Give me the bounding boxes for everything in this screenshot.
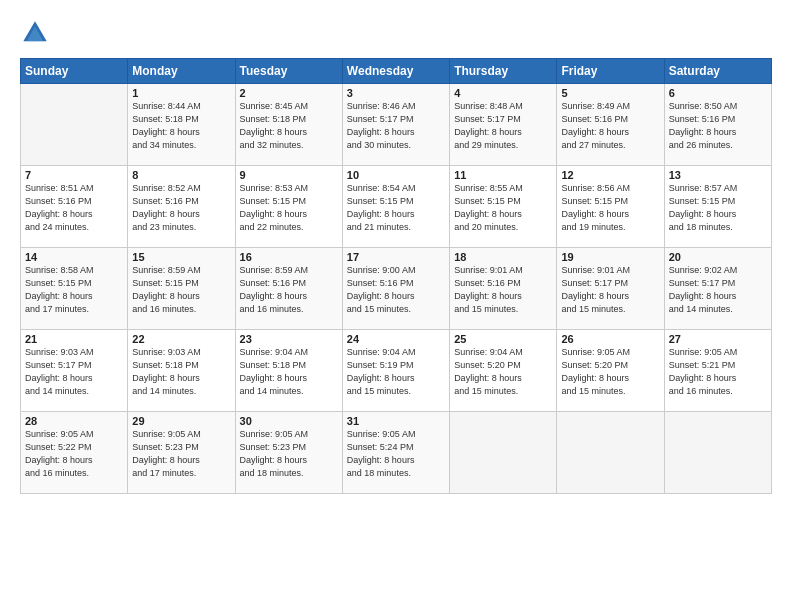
calendar-cell: 2Sunrise: 8:45 AMSunset: 5:18 PMDaylight… bbox=[235, 84, 342, 166]
weekday-header-saturday: Saturday bbox=[664, 59, 771, 84]
calendar-cell: 15Sunrise: 8:59 AMSunset: 5:15 PMDayligh… bbox=[128, 248, 235, 330]
day-number: 16 bbox=[240, 251, 338, 263]
day-info: Sunrise: 8:55 AMSunset: 5:15 PMDaylight:… bbox=[454, 182, 552, 234]
header bbox=[20, 18, 772, 48]
day-info: Sunrise: 9:04 AMSunset: 5:18 PMDaylight:… bbox=[240, 346, 338, 398]
calendar-cell: 9Sunrise: 8:53 AMSunset: 5:15 PMDaylight… bbox=[235, 166, 342, 248]
day-info: Sunrise: 9:01 AMSunset: 5:16 PMDaylight:… bbox=[454, 264, 552, 316]
calendar-cell bbox=[450, 412, 557, 494]
day-number: 3 bbox=[347, 87, 445, 99]
day-number: 28 bbox=[25, 415, 123, 427]
calendar-cell: 3Sunrise: 8:46 AMSunset: 5:17 PMDaylight… bbox=[342, 84, 449, 166]
day-info: Sunrise: 8:48 AMSunset: 5:17 PMDaylight:… bbox=[454, 100, 552, 152]
calendar-cell: 22Sunrise: 9:03 AMSunset: 5:18 PMDayligh… bbox=[128, 330, 235, 412]
weekday-header-tuesday: Tuesday bbox=[235, 59, 342, 84]
calendar-cell: 31Sunrise: 9:05 AMSunset: 5:24 PMDayligh… bbox=[342, 412, 449, 494]
week-row-2: 14Sunrise: 8:58 AMSunset: 5:15 PMDayligh… bbox=[21, 248, 772, 330]
day-number: 27 bbox=[669, 333, 767, 345]
calendar-cell: 12Sunrise: 8:56 AMSunset: 5:15 PMDayligh… bbox=[557, 166, 664, 248]
day-number: 10 bbox=[347, 169, 445, 181]
day-info: Sunrise: 8:49 AMSunset: 5:16 PMDaylight:… bbox=[561, 100, 659, 152]
calendar-cell: 28Sunrise: 9:05 AMSunset: 5:22 PMDayligh… bbox=[21, 412, 128, 494]
calendar-cell: 7Sunrise: 8:51 AMSunset: 5:16 PMDaylight… bbox=[21, 166, 128, 248]
calendar-cell bbox=[557, 412, 664, 494]
calendar-cell: 5Sunrise: 8:49 AMSunset: 5:16 PMDaylight… bbox=[557, 84, 664, 166]
day-info: Sunrise: 9:04 AMSunset: 5:20 PMDaylight:… bbox=[454, 346, 552, 398]
day-number: 9 bbox=[240, 169, 338, 181]
day-number: 18 bbox=[454, 251, 552, 263]
calendar-table: SundayMondayTuesdayWednesdayThursdayFrid… bbox=[20, 58, 772, 494]
calendar-cell: 26Sunrise: 9:05 AMSunset: 5:20 PMDayligh… bbox=[557, 330, 664, 412]
day-number: 20 bbox=[669, 251, 767, 263]
day-info: Sunrise: 9:00 AMSunset: 5:16 PMDaylight:… bbox=[347, 264, 445, 316]
calendar-cell: 6Sunrise: 8:50 AMSunset: 5:16 PMDaylight… bbox=[664, 84, 771, 166]
day-info: Sunrise: 9:05 AMSunset: 5:22 PMDaylight:… bbox=[25, 428, 123, 480]
calendar-cell: 10Sunrise: 8:54 AMSunset: 5:15 PMDayligh… bbox=[342, 166, 449, 248]
page: SundayMondayTuesdayWednesdayThursdayFrid… bbox=[0, 0, 792, 612]
day-info: Sunrise: 8:52 AMSunset: 5:16 PMDaylight:… bbox=[132, 182, 230, 234]
calendar-cell bbox=[664, 412, 771, 494]
weekday-header-row: SundayMondayTuesdayWednesdayThursdayFrid… bbox=[21, 59, 772, 84]
day-info: Sunrise: 9:05 AMSunset: 5:24 PMDaylight:… bbox=[347, 428, 445, 480]
day-number: 30 bbox=[240, 415, 338, 427]
day-info: Sunrise: 8:57 AMSunset: 5:15 PMDaylight:… bbox=[669, 182, 767, 234]
day-info: Sunrise: 9:05 AMSunset: 5:23 PMDaylight:… bbox=[132, 428, 230, 480]
day-number: 19 bbox=[561, 251, 659, 263]
calendar-cell: 19Sunrise: 9:01 AMSunset: 5:17 PMDayligh… bbox=[557, 248, 664, 330]
day-number: 31 bbox=[347, 415, 445, 427]
day-number: 23 bbox=[240, 333, 338, 345]
day-info: Sunrise: 9:01 AMSunset: 5:17 PMDaylight:… bbox=[561, 264, 659, 316]
day-info: Sunrise: 8:58 AMSunset: 5:15 PMDaylight:… bbox=[25, 264, 123, 316]
week-row-1: 7Sunrise: 8:51 AMSunset: 5:16 PMDaylight… bbox=[21, 166, 772, 248]
day-info: Sunrise: 8:51 AMSunset: 5:16 PMDaylight:… bbox=[25, 182, 123, 234]
calendar-cell: 30Sunrise: 9:05 AMSunset: 5:23 PMDayligh… bbox=[235, 412, 342, 494]
day-number: 24 bbox=[347, 333, 445, 345]
logo bbox=[20, 18, 54, 48]
week-row-0: 1Sunrise: 8:44 AMSunset: 5:18 PMDaylight… bbox=[21, 84, 772, 166]
day-number: 6 bbox=[669, 87, 767, 99]
day-number: 29 bbox=[132, 415, 230, 427]
day-number: 1 bbox=[132, 87, 230, 99]
day-info: Sunrise: 9:05 AMSunset: 5:23 PMDaylight:… bbox=[240, 428, 338, 480]
day-number: 2 bbox=[240, 87, 338, 99]
day-number: 25 bbox=[454, 333, 552, 345]
day-number: 21 bbox=[25, 333, 123, 345]
day-number: 8 bbox=[132, 169, 230, 181]
weekday-header-thursday: Thursday bbox=[450, 59, 557, 84]
day-info: Sunrise: 9:05 AMSunset: 5:20 PMDaylight:… bbox=[561, 346, 659, 398]
calendar-cell: 29Sunrise: 9:05 AMSunset: 5:23 PMDayligh… bbox=[128, 412, 235, 494]
day-number: 11 bbox=[454, 169, 552, 181]
day-info: Sunrise: 8:44 AMSunset: 5:18 PMDaylight:… bbox=[132, 100, 230, 152]
day-number: 5 bbox=[561, 87, 659, 99]
day-info: Sunrise: 8:54 AMSunset: 5:15 PMDaylight:… bbox=[347, 182, 445, 234]
day-info: Sunrise: 9:03 AMSunset: 5:18 PMDaylight:… bbox=[132, 346, 230, 398]
day-info: Sunrise: 9:03 AMSunset: 5:17 PMDaylight:… bbox=[25, 346, 123, 398]
calendar-cell: 4Sunrise: 8:48 AMSunset: 5:17 PMDaylight… bbox=[450, 84, 557, 166]
calendar-cell: 23Sunrise: 9:04 AMSunset: 5:18 PMDayligh… bbox=[235, 330, 342, 412]
weekday-header-sunday: Sunday bbox=[21, 59, 128, 84]
calendar-cell: 1Sunrise: 8:44 AMSunset: 5:18 PMDaylight… bbox=[128, 84, 235, 166]
week-row-3: 21Sunrise: 9:03 AMSunset: 5:17 PMDayligh… bbox=[21, 330, 772, 412]
calendar-cell: 20Sunrise: 9:02 AMSunset: 5:17 PMDayligh… bbox=[664, 248, 771, 330]
day-info: Sunrise: 9:04 AMSunset: 5:19 PMDaylight:… bbox=[347, 346, 445, 398]
day-number: 7 bbox=[25, 169, 123, 181]
calendar-cell: 8Sunrise: 8:52 AMSunset: 5:16 PMDaylight… bbox=[128, 166, 235, 248]
calendar-cell: 27Sunrise: 9:05 AMSunset: 5:21 PMDayligh… bbox=[664, 330, 771, 412]
calendar-cell: 13Sunrise: 8:57 AMSunset: 5:15 PMDayligh… bbox=[664, 166, 771, 248]
weekday-header-wednesday: Wednesday bbox=[342, 59, 449, 84]
day-number: 12 bbox=[561, 169, 659, 181]
day-number: 22 bbox=[132, 333, 230, 345]
day-info: Sunrise: 9:05 AMSunset: 5:21 PMDaylight:… bbox=[669, 346, 767, 398]
calendar-cell: 21Sunrise: 9:03 AMSunset: 5:17 PMDayligh… bbox=[21, 330, 128, 412]
day-number: 26 bbox=[561, 333, 659, 345]
day-info: Sunrise: 8:59 AMSunset: 5:15 PMDaylight:… bbox=[132, 264, 230, 316]
calendar-cell: 11Sunrise: 8:55 AMSunset: 5:15 PMDayligh… bbox=[450, 166, 557, 248]
day-number: 14 bbox=[25, 251, 123, 263]
calendar-cell: 24Sunrise: 9:04 AMSunset: 5:19 PMDayligh… bbox=[342, 330, 449, 412]
weekday-header-monday: Monday bbox=[128, 59, 235, 84]
day-info: Sunrise: 8:45 AMSunset: 5:18 PMDaylight:… bbox=[240, 100, 338, 152]
logo-icon bbox=[20, 18, 50, 48]
day-info: Sunrise: 8:46 AMSunset: 5:17 PMDaylight:… bbox=[347, 100, 445, 152]
day-number: 17 bbox=[347, 251, 445, 263]
day-number: 13 bbox=[669, 169, 767, 181]
